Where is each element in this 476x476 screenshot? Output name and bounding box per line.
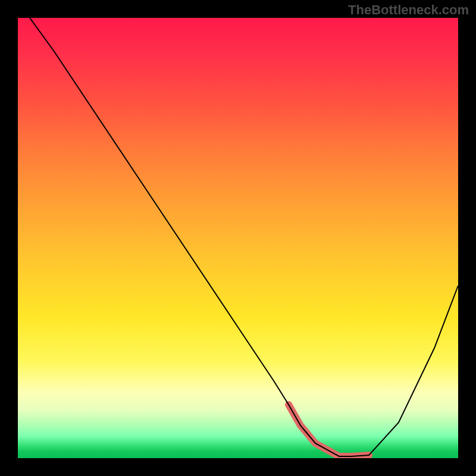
chart-svg [18, 18, 458, 458]
watermark-text: TheBottleneck.com [348, 2, 469, 18]
main-curve-path [30, 18, 458, 456]
flat-highlight-path [289, 405, 369, 456]
gradient-plot-area [18, 18, 458, 458]
